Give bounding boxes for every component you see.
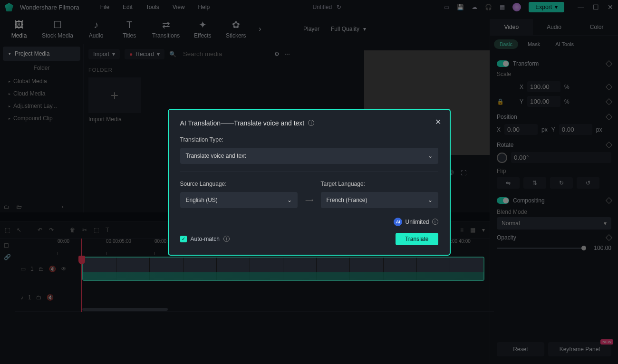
source-language-select[interactable]: English (US) ⌄: [180, 192, 298, 208]
target-language-select[interactable]: French (France) ⌄: [321, 192, 438, 208]
close-icon[interactable]: ✕: [435, 117, 441, 126]
automatch-label: Auto-match: [191, 236, 220, 242]
info-icon[interactable]: i: [308, 120, 314, 126]
unlimited-label: Unlimited: [405, 219, 429, 225]
ai-translation-modal: AI Translation——Translate voice and text…: [168, 109, 451, 256]
modal-overlay: AI Translation——Translate voice and text…: [0, 0, 618, 364]
chevron-down-icon: ⌄: [428, 153, 433, 159]
info-icon[interactable]: i: [432, 219, 438, 225]
chevron-down-icon: ⌄: [287, 197, 292, 203]
automatch-checkbox[interactable]: ✓: [180, 236, 187, 242]
chevron-down-icon: ⌄: [428, 197, 433, 203]
info-icon[interactable]: i: [223, 236, 230, 242]
translation-type-label: Translation Type:: [180, 136, 438, 143]
arrow-right-icon: ⟶: [305, 197, 313, 208]
translation-type-select[interactable]: Translate voice and text ⌄: [180, 148, 438, 164]
ai-badge-icon: AI: [394, 218, 402, 226]
translate-button[interactable]: Translate: [396, 233, 438, 245]
target-language-label: Target Language:: [321, 181, 438, 187]
source-language-label: Source Language:: [180, 181, 298, 187]
modal-title: AI Translation——Translate voice and text: [180, 119, 305, 127]
